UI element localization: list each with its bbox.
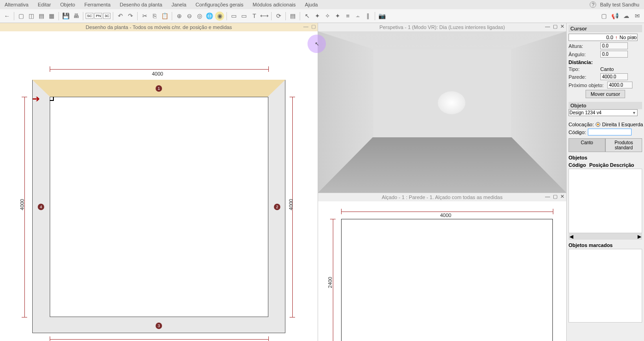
menu-janela[interactable]: Janela	[171, 2, 186, 7]
tab-canto[interactable]: Canto	[569, 138, 605, 152]
dim-left: 4000	[19, 199, 25, 210]
dim-right: 4000	[288, 199, 294, 210]
distancia-label: Distância:	[569, 59, 642, 65]
move-cursor-button[interactable]: Mover cursor	[586, 90, 625, 98]
snap-4-icon[interactable]: ≡	[343, 12, 352, 21]
wall-badge-2[interactable]: 2	[274, 204, 280, 210]
perspective-title-bar: Perspetiva - 1 (Modo VR): Dia (Luzes int…	[318, 23, 566, 31]
rotate-icon[interactable]: ⟳	[274, 12, 283, 21]
menu-ajuda[interactable]: Ajuda	[305, 2, 318, 7]
persp-minimize-icon[interactable]: —	[545, 24, 550, 29]
plan-title-text: Desenho da planta - Todos os móveis c/nr…	[86, 24, 232, 30]
snap-1-icon[interactable]: ✦	[313, 12, 322, 21]
print-icon[interactable]: 🖶	[71, 12, 81, 21]
copy-icon[interactable]: ⎘	[150, 12, 159, 21]
elev-minimize-icon[interactable]: —	[545, 194, 550, 200]
esquerda-radio[interactable]	[619, 122, 620, 127]
angulo-input[interactable]	[600, 51, 628, 58]
minimize-icon[interactable]: —	[303, 24, 308, 29]
codigo-input[interactable]	[588, 129, 632, 135]
cursor-position-select[interactable]: 0.0 ↑ No piso	[569, 34, 638, 41]
snap-2-icon[interactable]: ✧	[323, 12, 332, 21]
menu-ferramenta[interactable]: Ferramenta	[84, 2, 110, 7]
maximize-icon[interactable]: ▢	[311, 24, 316, 29]
snap-3-icon[interactable]: ✦	[333, 12, 342, 21]
mouse-cursor-highlight: ↖	[307, 35, 326, 53]
calc-icon[interactable]: ▤	[288, 12, 297, 21]
highlight-icon[interactable]: ◉	[215, 12, 224, 21]
announce-icon[interactable]: 📢	[610, 12, 620, 21]
properties-panel: Cursor 0.0 ↑ No piso Altura: Ângulo: Dis…	[566, 23, 644, 341]
objetos-list[interactable]	[569, 169, 642, 233]
colocacao-label: Colocação:	[569, 122, 594, 127]
snap-6-icon[interactable]: ∥	[363, 12, 372, 21]
persp-maximize-icon[interactable]: ▢	[553, 24, 557, 29]
proximo-input[interactable]	[607, 82, 632, 88]
mail-icon[interactable]: ✉	[632, 12, 642, 21]
altura-input[interactable]	[600, 42, 628, 49]
back-icon[interactable]: ←	[2, 12, 12, 21]
proximo-label: Próximo objeto:	[569, 82, 605, 88]
layout-4-icon[interactable]: ▦	[47, 12, 56, 21]
paste-icon[interactable]: 📋	[160, 12, 169, 21]
elevation-wall-rect	[341, 219, 553, 341]
cursor-corner-marker	[50, 97, 54, 101]
save-icon[interactable]: 💾	[61, 12, 70, 21]
menu-config[interactable]: Configurações gerais	[196, 2, 244, 7]
text-icon[interactable]: T	[249, 12, 259, 21]
objetos-scrollbar[interactable]: ◀▶	[569, 233, 642, 240]
sc-button[interactable]: SC	[86, 13, 93, 19]
dimension-icon[interactable]: ⟷	[260, 12, 269, 21]
snap-5-icon[interactable]: ⫠	[353, 12, 362, 21]
zoom-fit-icon[interactable]: ◎	[195, 12, 204, 21]
zoom-icon[interactable]: ⊕	[174, 12, 184, 21]
redo-icon[interactable]: ↷	[126, 12, 135, 21]
elevation-pane: Alçado - 1 : Parede - 1. Alçado com toda…	[318, 193, 566, 341]
persp-close-icon[interactable]: ✕	[560, 24, 564, 29]
menu-modulos[interactable]: Módulos adicionais	[253, 2, 296, 7]
room-inner	[50, 97, 268, 317]
elevation-title-bar: Alçado - 1 : Parede - 1. Alçado com toda…	[318, 193, 566, 201]
tag-icon[interactable]: ▭	[239, 12, 249, 21]
layout-3-icon[interactable]: ▤	[37, 12, 46, 21]
layout-1-icon[interactable]: ▢	[17, 12, 26, 21]
direita-radio[interactable]	[596, 122, 600, 127]
plan-title-bar: Desenho da planta - Todos os móveis c/nr…	[0, 23, 318, 31]
cloud-icon[interactable]: ☁	[621, 12, 631, 21]
cut-icon[interactable]: ✂	[140, 12, 149, 21]
objeto-select[interactable]: Design 1234 v4	[569, 109, 638, 116]
globe-icon[interactable]: 🌐	[205, 12, 214, 21]
window-icon[interactable]: ▢	[599, 12, 609, 21]
note-icon[interactable]: ▭	[229, 12, 238, 21]
help-icon[interactable]: ?	[590, 1, 596, 8]
wall-badge-4[interactable]: 4	[38, 204, 44, 210]
wall-badge-3[interactable]: 3	[156, 323, 162, 329]
3c-button[interactable]: 3C	[103, 13, 110, 19]
elev-close-icon[interactable]: ✕	[560, 194, 564, 200]
camera-icon[interactable]: 📷	[377, 12, 387, 21]
menu-editar[interactable]: Editar	[38, 2, 51, 7]
plan-canvas[interactable]: 4000 4000 4000 4000 ➔ 1 2 3 4	[0, 31, 318, 335]
tab-produtos[interactable]: Produtos standard	[605, 138, 642, 152]
wall-badge-1[interactable]: 1	[156, 85, 162, 92]
cursor-section-header: Cursor	[569, 25, 642, 32]
pointer-icon[interactable]: ↖	[302, 12, 312, 21]
angulo-label: Ângulo:	[569, 52, 598, 57]
elev-dim-w: 4000	[440, 212, 451, 218]
menu-desenho[interactable]: Desenho da planta	[120, 2, 162, 7]
elev-maximize-icon[interactable]: ▢	[553, 194, 557, 200]
user-name[interactable]: Bally test Sandhu	[600, 2, 639, 7]
menu-alternativa[interactable]: Alternativa	[5, 2, 29, 7]
zoom-out-icon[interactable]: ⊖	[185, 12, 194, 21]
layout-2-icon[interactable]: ◫	[27, 12, 36, 21]
tipo-value: Canto	[600, 66, 614, 72]
cursor-arrow-marker: ➔	[32, 93, 40, 104]
pn-button[interactable]: PN	[94, 13, 102, 19]
elevation-title-text: Alçado - 1 : Parede - 1. Alçado com toda…	[382, 194, 502, 200]
elevation-canvas[interactable]: 4000 2400	[318, 201, 566, 341]
menu-objeto[interactable]: Objeto	[60, 2, 75, 7]
parede-input[interactable]	[600, 73, 628, 80]
perspective-canvas[interactable]	[318, 31, 566, 193]
undo-icon[interactable]: ↶	[116, 12, 125, 21]
marcados-list[interactable]	[569, 249, 642, 323]
